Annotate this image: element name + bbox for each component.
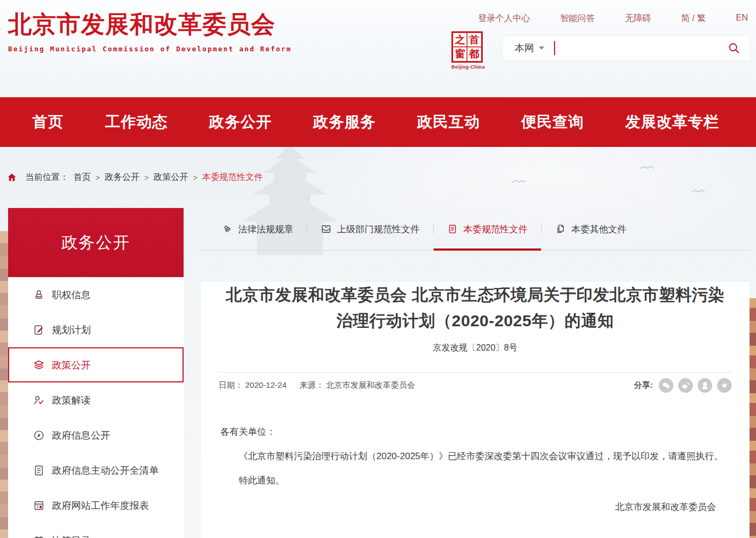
tab-laws-regulations[interactable]: 法律法规规章 xyxy=(208,208,307,250)
paragraph: 《北京市塑料污染治理行动计划（2020-2025年）》已经市委深改委第十四次会议… xyxy=(220,444,730,468)
nav-reform-column[interactable]: 发展改革专栏 xyxy=(625,112,719,132)
breadcrumb: 当前位置： 首页 > 政务公开 > 政策公开 > 本委规范性文件 xyxy=(6,172,756,183)
sidebar-item-label: 职权信息 xyxy=(52,288,91,301)
doc-lines-icon xyxy=(447,224,458,234)
nav-work-news[interactable]: 工作动态 xyxy=(105,112,168,132)
plan-pencil-icon xyxy=(33,324,45,336)
tab-upper-level-documents[interactable]: 上级部门规范性文件 xyxy=(307,208,433,250)
site-header: 北京市发展和改革委员会 Beijing Municipal Commission… xyxy=(0,0,756,97)
page: 北京市发展和改革委员会 Beijing Municipal Commission… xyxy=(0,0,756,538)
site-title: 北京市发展和改革委员会 xyxy=(8,9,292,41)
seal-char: 首 xyxy=(467,33,481,47)
tab-label: 上级部门规范性文件 xyxy=(337,223,420,236)
compass-icon xyxy=(33,429,45,441)
qq-icon xyxy=(701,381,709,390)
sidebar-item-policy-interpretation[interactable]: 政策解读 xyxy=(8,382,184,418)
breadcrumb-separator: > xyxy=(96,173,100,182)
search-bar: 本网 xyxy=(502,36,751,60)
seal-grid: 之 首 窗 都 xyxy=(451,31,483,63)
copy-doc-icon xyxy=(555,224,566,234)
capital-window-seal-logo[interactable]: 之 首 窗 都 Beijing-China xyxy=(451,31,485,70)
sidebar-item-label: 政策公开 xyxy=(52,359,91,372)
home-icon[interactable] xyxy=(6,172,17,183)
search-icon xyxy=(727,42,740,55)
tab-label: 本委规范性文件 xyxy=(463,223,528,236)
seal-char: 窗 xyxy=(453,47,467,61)
nav-gov-services[interactable]: 政务服务 xyxy=(313,112,376,132)
date-label: 日期： xyxy=(219,380,243,389)
link-simplified-traditional[interactable]: 简 / 繁 xyxy=(681,13,705,24)
sidebar-item-gov-info-disclosure[interactable]: 政府信息公开 xyxy=(8,418,184,453)
bird-watermark xyxy=(640,162,654,172)
tab-label: 法律法规规章 xyxy=(238,223,293,236)
article-body: 各有关单位： 《北京市塑料污染治理行动计划（2020-2025年）》已经市委深改… xyxy=(220,420,730,519)
qq-share-button[interactable] xyxy=(698,378,712,393)
article-meta-row: 日期：2020-12-24来源：北京市发展和改革委员会 分享: xyxy=(219,378,732,393)
tab-label: 本委其他文件 xyxy=(571,223,626,236)
salutation: 各有关单位： xyxy=(220,420,730,444)
sidebar: 政务公开 职权信息 xyxy=(8,208,184,538)
sidebar-item-website-annual-report[interactable]: 政府网站工作年度报表 xyxy=(8,488,184,523)
law-seal-icon xyxy=(222,224,233,234)
doc-category-tabs: 法律法规规章 上级部门规范性文件 xyxy=(201,208,750,251)
sidebar-item-proactive-disclosure-list[interactable]: 政府信息主动公开全清单 xyxy=(8,453,184,488)
tab-commission-other-documents[interactable]: 本委其他文件 xyxy=(542,208,640,250)
article-meta: 日期：2020-12-24来源：北京市发展和改革委员会 xyxy=(219,380,417,391)
nav-public-interaction[interactable]: 政民互动 xyxy=(417,112,480,132)
favorite-star-icon xyxy=(720,381,728,389)
breadcrumb-policy-disclosure[interactable]: 政策公开 xyxy=(153,172,188,183)
breadcrumb-home[interactable]: 首页 xyxy=(73,172,91,183)
wechat-share-button[interactable] xyxy=(659,378,673,393)
paragraph: 特此通知。 xyxy=(220,468,730,493)
stamp-icon xyxy=(33,289,45,301)
favorite-share-button[interactable] xyxy=(717,378,732,393)
article-card: 北京市发展和改革委员会 北京市生态环境局关于印发北京市塑料污染治理行动计划（20… xyxy=(201,282,750,538)
weibo-icon xyxy=(681,381,690,389)
sidebar-item-authority-info[interactable]: 职权信息 xyxy=(8,277,184,312)
signature: 北京市发展和改革委员会 xyxy=(220,495,716,519)
sidebar-item-plans[interactable]: 规划计划 xyxy=(8,312,184,347)
link-english[interactable]: EN xyxy=(736,13,748,24)
nav-gov-disclosure[interactable]: 政务公开 xyxy=(209,112,272,132)
calendar-icon xyxy=(33,535,45,538)
breadcrumb-separator: > xyxy=(144,173,148,182)
link-accessibility[interactable]: 无障碍 xyxy=(625,13,651,24)
sidebar-item-label: 规划计划 xyxy=(52,324,91,337)
breadcrumb-current: 本委规范性文件 xyxy=(202,172,263,183)
main-content: 法律法规规章 上级部门规范性文件 xyxy=(201,208,750,538)
report-table-icon xyxy=(33,500,45,512)
search-scope-value: 本网 xyxy=(515,42,534,55)
layers-icon xyxy=(33,359,45,371)
share-label: 分享: xyxy=(634,380,653,391)
site-subtitle: Beijing Municipal Commission of Developm… xyxy=(8,45,292,53)
sidebar-item-policy-disclosure[interactable]: 政策公开 xyxy=(8,347,184,382)
publish-date: 2020-12-24 xyxy=(245,380,287,389)
link-login-center[interactable]: 登录个人中心 xyxy=(478,13,530,24)
content-area: 政务公开 职权信息 xyxy=(0,208,756,538)
sidebar-title: 政务公开 xyxy=(8,208,184,277)
article-title: 北京市发展和改革委员会 北京市生态环境局关于印发北京市塑料污染治理行动计划（20… xyxy=(224,282,726,334)
weibo-share-button[interactable] xyxy=(678,378,693,393)
link-smart-qa[interactable]: 智能问答 xyxy=(560,13,595,24)
tab-commission-normative-documents[interactable]: 本委规范性文件 xyxy=(434,208,541,250)
sidebar-item-label: 政府网站工作年度报表 xyxy=(52,499,149,512)
breadcrumb-gov-disclosure[interactable]: 政务公开 xyxy=(105,172,139,183)
checklist-icon xyxy=(33,465,45,476)
search-input[interactable] xyxy=(555,36,727,60)
nav-convenience-query[interactable]: 便民查询 xyxy=(521,112,584,132)
nav-home[interactable]: 首页 xyxy=(32,112,64,132)
search-button[interactable] xyxy=(727,42,740,55)
caret-down-icon xyxy=(539,46,544,50)
sidebar-item-label: 政府信息公开 xyxy=(52,429,110,442)
doc-number: 京发改规〔2020〕8号 xyxy=(201,342,750,354)
breadcrumb-label: 当前位置： xyxy=(25,172,69,183)
person-check-icon xyxy=(33,394,45,406)
seal-char: 都 xyxy=(467,47,481,61)
search-scope-select[interactable]: 本网 xyxy=(515,42,544,55)
sidebar-item-label: 政策解读 xyxy=(52,394,91,407)
sidebar-item-label: 决策目录 xyxy=(52,534,91,538)
sidebar-menu: 职权信息 规划计划 xyxy=(8,277,184,538)
share-bar: 分享: xyxy=(634,378,732,393)
sidebar-item-decision-catalog[interactable]: 决策目录 xyxy=(8,523,184,538)
bird-watermark xyxy=(691,186,705,196)
